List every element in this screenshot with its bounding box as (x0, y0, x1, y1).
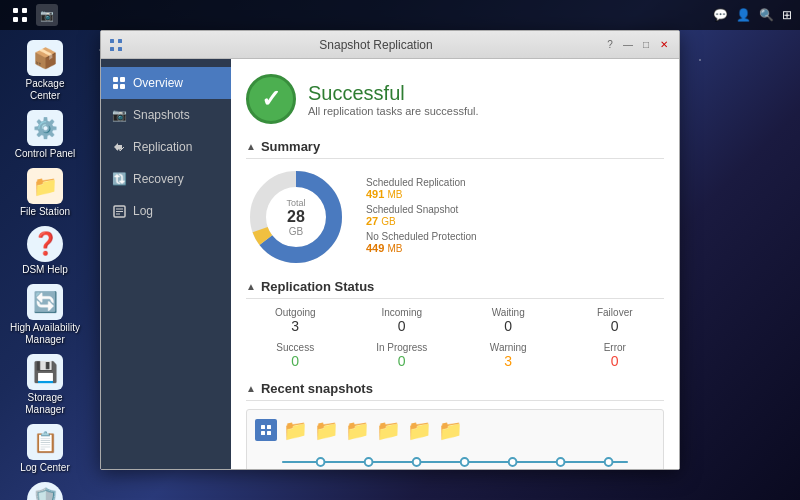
replication-status-header: ▲ Replication Status (246, 279, 664, 299)
success-header: Successful All replication tasks are suc… (246, 74, 664, 124)
summary-stats: Scheduled Replication 491 MB Scheduled S… (366, 177, 664, 258)
svg-point-27 (461, 458, 469, 466)
stat-label-1: Scheduled Replication (366, 177, 664, 188)
desktop-icon-control-panel[interactable]: ⚙️ Control Panel (10, 110, 80, 160)
svg-rect-1 (22, 8, 27, 13)
taskbar-right: 💬 👤 🔍 ⊞ (713, 8, 792, 22)
windows-icon[interactable]: ⊞ (782, 8, 792, 22)
rep-in-progress: In Progress 0 (353, 342, 452, 369)
total-value: 28 (286, 208, 305, 226)
apps-grid-icon[interactable] (8, 3, 32, 27)
replication-title: Replication Status (261, 279, 374, 294)
rep-error: Error 0 (566, 342, 665, 369)
window-close-button[interactable]: ✕ (657, 38, 671, 52)
desktop-icon-package-center[interactable]: 📦 Package Center (10, 40, 80, 102)
stat-value-3: 449 MB (366, 242, 664, 254)
sidebar-label-overview: Overview (133, 76, 183, 90)
camera-icon: 📷 (111, 107, 127, 123)
desktop: 📷 💬 👤 🔍 ⊞ 📦 Package Center ⚙️ Control Pa… (0, 0, 800, 500)
svg-rect-8 (113, 77, 118, 82)
grid-icon (255, 419, 277, 441)
taskbar-app-snapshot[interactable]: 📷 (36, 4, 58, 26)
window-left-controls (109, 38, 149, 52)
window-app-icon (109, 38, 123, 52)
window-minimize-button[interactable]: — (621, 38, 635, 52)
sidebar-item-log[interactable]: Log (101, 195, 231, 227)
taskbar-left: 📷 (8, 3, 58, 27)
snapshot-replication-window: Snapshot Replication ? — □ ✕ (100, 30, 680, 470)
donut-label: Total 28 GB (286, 198, 305, 237)
folder-6: 📁 (438, 418, 463, 442)
rep-failover: Failover 0 (566, 307, 665, 334)
svg-rect-4 (110, 39, 114, 43)
timeline-svg (263, 452, 647, 469)
summary-section: ▲ Summary (246, 139, 664, 267)
total-text: Total (286, 198, 305, 208)
svg-point-30 (605, 458, 613, 466)
svg-rect-20 (267, 425, 271, 429)
svg-rect-10 (113, 84, 118, 89)
rep-waiting: Waiting 0 (459, 307, 558, 334)
svg-rect-2 (13, 17, 18, 22)
status-title: Successful (308, 82, 479, 105)
sidebar-item-replication[interactable]: Replication (101, 131, 231, 163)
window-title: Snapshot Replication (149, 38, 603, 52)
summary-content: Total 28 GB Scheduled Replication 491 MB (246, 167, 664, 267)
rep-success: Success 0 (246, 342, 345, 369)
folder-5: 📁 (407, 418, 432, 442)
svg-point-24 (317, 458, 325, 466)
folder-1: 📁 (283, 418, 308, 442)
svg-rect-3 (22, 17, 27, 22)
svg-rect-11 (120, 84, 125, 89)
recovery-icon: 🔃 (111, 171, 127, 187)
sidebar: Overview 📷 Snapshots Replication (101, 59, 231, 469)
svg-rect-19 (261, 425, 265, 429)
sidebar-item-recovery[interactable]: 🔃 Recovery (101, 163, 231, 195)
stat-no-scheduled: No Scheduled Protection 449 MB (366, 231, 664, 254)
user-icon[interactable]: 👤 (736, 8, 751, 22)
summary-title: Summary (261, 139, 320, 154)
success-text: Successful All replication tasks are suc… (308, 82, 479, 117)
success-icon (246, 74, 296, 124)
desktop-icon-security-advisor[interactable]: 🛡️ Security Advisor (10, 482, 80, 500)
desktop-icon-log-center[interactable]: 📋 Log Center (10, 424, 80, 474)
donut-chart: Total 28 GB (246, 167, 346, 267)
svg-rect-21 (261, 431, 265, 435)
search-icon[interactable]: 🔍 (759, 8, 774, 22)
desktop-icon-storage-manager[interactable]: 💾 Storage Manager (10, 354, 80, 416)
window-maximize-button[interactable]: □ (639, 38, 653, 52)
desktop-icon-file-station[interactable]: 📁 File Station (10, 168, 80, 218)
sidebar-item-overview[interactable]: Overview (101, 67, 231, 99)
window-controls: ? — □ ✕ (603, 38, 671, 52)
rep-warning: Warning 3 (459, 342, 558, 369)
svg-rect-22 (267, 431, 271, 435)
recent-snapshots-section: ▲ Recent snapshots (246, 381, 664, 469)
snapshots-title: Recent snapshots (261, 381, 373, 396)
total-unit: GB (286, 226, 305, 237)
summary-toggle[interactable]: ▲ (246, 141, 256, 152)
svg-point-29 (557, 458, 565, 466)
replication-toggle[interactable]: ▲ (246, 281, 256, 292)
stat-value-1: 491 MB (366, 188, 664, 200)
sidebar-label-snapshots: Snapshots (133, 108, 190, 122)
stat-label-3: No Scheduled Protection (366, 231, 664, 242)
replication-status-section: ▲ Replication Status Outgoing 3 Incoming… (246, 279, 664, 369)
svg-rect-9 (120, 77, 125, 82)
log-icon (111, 203, 127, 219)
desktop-icon-dsm-help[interactable]: ❓ DSM Help (10, 226, 80, 276)
main-content: Successful All replication tasks are suc… (231, 59, 679, 469)
sidebar-item-snapshots[interactable]: 📷 Snapshots (101, 99, 231, 131)
snapshots-container: 📁 📁 📁 📁 📁 📁 (246, 409, 664, 469)
svg-rect-6 (110, 47, 114, 51)
chat-icon[interactable]: 💬 (713, 8, 728, 22)
rep-incoming: Incoming 0 (353, 307, 452, 334)
replication-icon (111, 139, 127, 155)
snapshots-toggle[interactable]: ▲ (246, 383, 256, 394)
svg-point-26 (413, 458, 421, 466)
window-titlebar: Snapshot Replication ? — □ ✕ (101, 31, 679, 59)
window-question-button[interactable]: ? (603, 38, 617, 52)
desktop-icon-high-availability[interactable]: 🔄 High Availability Manager (10, 284, 80, 346)
folder-4: 📁 (376, 418, 401, 442)
stat-label-2: Scheduled Snapshot (366, 204, 664, 215)
folder-2: 📁 (314, 418, 339, 442)
